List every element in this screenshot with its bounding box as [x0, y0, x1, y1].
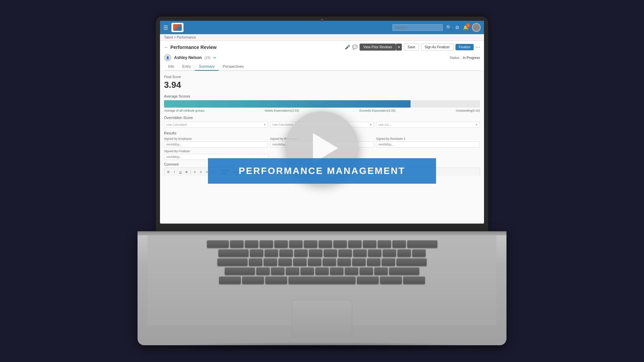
keyboard-key [265, 249, 278, 257]
key-row-4 [154, 267, 490, 275]
keyboard-key [265, 277, 287, 284]
search-icon[interactable]: 🔍 [446, 25, 452, 30]
hamburger-menu-icon[interactable]: ☰ [163, 24, 168, 31]
more-options-icon[interactable]: ⋯ [476, 45, 480, 50]
status-value: In Progress [463, 56, 480, 60]
view-prior-group: View Prior Reviews ▾ [360, 44, 402, 51]
main-content: Final Score 3.94 Average Scores Average … [160, 71, 484, 224]
keyboard-key [260, 240, 273, 248]
keyboard-key [207, 240, 229, 248]
page-title-row: ← Performance Review 🎤 💬 View Prior Revi… [164, 44, 480, 51]
notification-badge: 1 [466, 23, 470, 27]
keyboard-key [249, 258, 262, 266]
tab-summary[interactable]: Summary [195, 63, 219, 71]
search-input[interactable] [392, 24, 443, 31]
keyboard-key [315, 267, 329, 275]
keyboard-key [330, 267, 343, 275]
video-title-text: PERFORMANCE MANAGEMENT [239, 166, 406, 176]
spacebar-key [288, 277, 356, 284]
top-navigation: ☰ 🔍 ⚙ 🔔 1 [160, 21, 484, 34]
key-row-2 [154, 249, 490, 257]
logo-image [173, 24, 182, 31]
key-row-3 [154, 258, 490, 266]
edit-employee-icon[interactable]: ✏ [213, 56, 216, 60]
key-row-1 [154, 240, 490, 248]
tab-entry[interactable]: Entry [178, 63, 195, 71]
keyboard-key [294, 249, 308, 257]
app-logo[interactable] [171, 23, 183, 32]
keyboard-key [407, 240, 437, 248]
keyboard-key [368, 249, 381, 257]
back-button[interactable]: ← [164, 45, 168, 50]
notifications-icon[interactable]: 🔔 1 [463, 25, 469, 30]
keyboard-key [217, 258, 248, 266]
keyboard-key [378, 240, 391, 248]
keyboard-keys [148, 235, 496, 289]
laptop-screen: ☰ 🔍 ⚙ 🔔 1 Talent > Performance [160, 21, 484, 224]
save-button[interactable]: Save [404, 44, 419, 51]
keyboard-key [218, 249, 249, 257]
camera-dot [321, 19, 323, 21]
microphone-icon[interactable]: 🎤 [345, 45, 350, 50]
page-header: ← Performance Review 🎤 💬 View Prior Revi… [160, 41, 484, 71]
employee-avatar: 👤 [164, 54, 171, 61]
tabs-row: Info Entry Summary Perspectives [164, 63, 480, 71]
keyboard-key [230, 240, 244, 248]
keyboard-key [271, 267, 284, 275]
comment-icon[interactable]: 💬 [352, 45, 358, 50]
employee-name: Ashley Nelson [174, 55, 202, 60]
keyboard-key [293, 258, 307, 266]
keyboard-key [319, 240, 332, 248]
view-prior-reviews-button[interactable]: View Prior Reviews [360, 44, 396, 51]
video-overlay: PERFORMANCE MANAGEMENT [160, 71, 484, 224]
keyboard-key [412, 249, 426, 257]
breadcrumb: Talent > Performance [160, 34, 484, 41]
status-label: Status: [450, 56, 460, 60]
keyboard-key [389, 267, 419, 275]
page-title-left: ← Performance Review [164, 45, 217, 50]
keyboard-key [286, 267, 299, 275]
laptop-container: ☰ 🔍 ⚙ 🔔 1 Talent > Performance [138, 17, 506, 345]
keyboard-key [338, 249, 352, 257]
keyboard-key [304, 240, 317, 248]
keyboard-key [245, 240, 258, 248]
keyboard-key [289, 240, 303, 248]
content-area: ← Performance Review 🎤 💬 View Prior Revi… [160, 41, 484, 224]
key-row-5 [154, 277, 490, 284]
keyboard-key [250, 249, 263, 257]
keyboard-key [363, 240, 376, 248]
employee-row: 👤 Ashley Nelson (19) ✏ Status: In Progre… [164, 53, 480, 63]
keyboard-key [323, 258, 336, 266]
keyboard-key [225, 267, 255, 275]
keyboard-key [348, 240, 362, 248]
tab-perspectives[interactable]: Perspectives [219, 63, 248, 71]
keyboard-key [274, 240, 288, 248]
video-title-banner: PERFORMANCE MANAGEMENT [208, 158, 436, 184]
keyboard-key [278, 258, 292, 266]
keyboard-key [396, 258, 427, 266]
keyboard-key [264, 258, 277, 266]
finalize-button[interactable]: Finalize [455, 44, 474, 50]
keyboard-key [242, 277, 264, 284]
keyboard-key [380, 277, 402, 284]
user-avatar[interactable] [472, 23, 481, 32]
page-actions: 🎤 💬 View Prior Reviews ▾ Save Sign As Fi… [345, 44, 480, 51]
keyboard-key [353, 249, 367, 257]
keyboard-key [345, 267, 358, 275]
keyboard-key [219, 277, 241, 284]
keyboard-key [256, 267, 270, 275]
keyboard-key [279, 249, 293, 257]
touchpad[interactable] [292, 300, 352, 337]
keyboard-key [360, 267, 373, 275]
keyboard-key [382, 258, 395, 266]
keyboard-key [324, 249, 337, 257]
keyboard-key [403, 277, 425, 284]
settings-icon[interactable]: ⚙ [455, 25, 460, 30]
tab-info[interactable]: Info [164, 63, 178, 71]
keyboard-key [357, 277, 379, 284]
sign-as-finalizer-button[interactable]: Sign As Finalizer [421, 44, 453, 51]
view-prior-chevron-button[interactable]: ▾ [396, 44, 402, 51]
keyboard-key [392, 240, 406, 248]
keyboard-key [352, 258, 366, 266]
keyboard-key [308, 258, 321, 266]
